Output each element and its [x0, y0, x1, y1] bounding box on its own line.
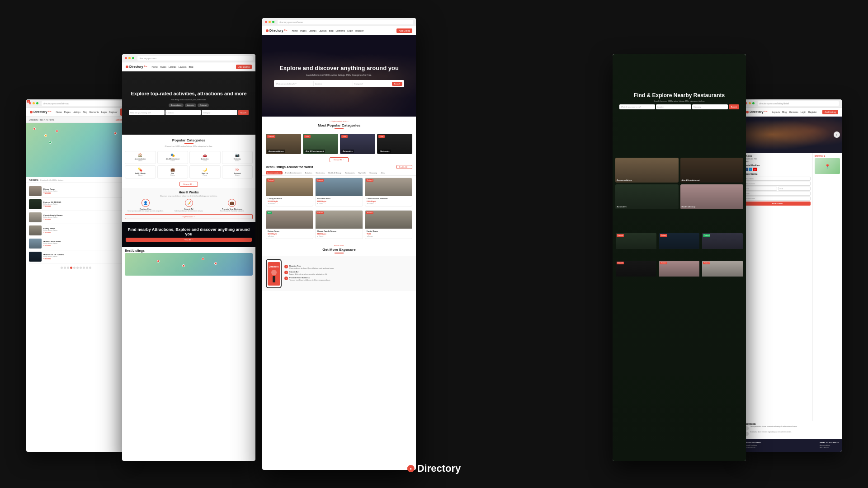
nav-blog[interactable]: Blog	[782, 111, 787, 113]
category-input[interactable]: Category	[692, 104, 728, 109]
tab-nightlife[interactable]: Night Life	[357, 171, 367, 174]
nav-elements[interactable]: Elements	[789, 111, 798, 113]
nav-home[interactable]: Home	[292, 29, 297, 32]
add-listing-btn[interactable]: Add Listing	[396, 28, 412, 33]
tab-health[interactable]: Health & Beauty	[327, 171, 343, 174]
nav-register[interactable]: Register	[109, 111, 118, 113]
tab-jobs[interactable]: Jobs	[379, 171, 386, 174]
nav-register[interactable]: Register	[355, 29, 364, 32]
pill-automotive[interactable]: Automotive	[185, 103, 196, 107]
cat-electronics[interactable]: Electronics Listed	[377, 134, 412, 154]
cat-accommodations[interactable]: 🏠 Accommodations 5 items	[125, 151, 156, 164]
enable-all-btn[interactable]: Enable All →	[396, 165, 412, 169]
listing-executive-suite[interactable]: Featured Executive Suite $280/Night 👁 4 …	[315, 178, 363, 206]
time-field[interactable]: 00:00	[778, 187, 811, 191]
pill-restaurant[interactable]: Restaurant	[198, 103, 209, 107]
search-what-input[interactable]: What are you looking for?	[276, 83, 312, 85]
date-field[interactable]: 01/11	[744, 187, 777, 191]
listing-luxury-bedroom[interactable]: Featured Luxury Bedroom $3300/Night 👁 13…	[266, 178, 313, 206]
search-btn[interactable]: Search	[729, 104, 739, 109]
cat-health[interactable]: 💊 Health & Beauty 3 items	[125, 165, 156, 178]
email-field[interactable]: Email	[744, 192, 811, 196]
page-10[interactable]	[89, 267, 91, 269]
category-dropdown[interactable]: Category ▾	[354, 83, 391, 85]
nav-login[interactable]: Login	[801, 111, 806, 113]
pop-cat-health[interactable]: Health & Beauty	[680, 184, 744, 209]
slider-next-btn[interactable]: ›	[834, 131, 840, 138]
nav-pages[interactable]: Pages	[64, 111, 71, 113]
cat-accommodation[interactable]: Accommodations Featured	[266, 134, 301, 154]
location-input[interactable]: Location	[165, 110, 201, 115]
footer-link[interactable]: Accommodations	[820, 445, 839, 446]
listing-family-room[interactable]: Featured Family Room ₹100 👁 5 views	[365, 210, 412, 239]
category-input[interactable]: Category	[202, 110, 237, 115]
page-6[interactable]	[76, 267, 79, 269]
what-input[interactable]: What do you want to eat?	[619, 104, 655, 109]
nav-listings[interactable]: Listings	[73, 111, 80, 113]
nav-blog[interactable]: Blog	[83, 111, 87, 113]
page-8[interactable]	[83, 267, 85, 269]
nav-login[interactable]: Login	[347, 29, 353, 32]
pop-cat-arts[interactable]: Arts & Entertainment	[680, 158, 744, 183]
cat-restaurant[interactable]: 🍽 Restaurant 8 items	[222, 165, 253, 178]
listing-classic-family[interactable]: Featured Classic Family Rooms $100/Night…	[315, 210, 363, 239]
list-item[interactable]: ★ Family Room Bishop Avenue, Naples ₹100…	[29, 224, 123, 237]
nav-home[interactable]: Home	[56, 111, 61, 113]
search-button[interactable]: Search	[238, 110, 249, 115]
phone-field[interactable]: Phone Number	[744, 197, 811, 201]
add-listing-btn[interactable]: Add Listing	[236, 65, 252, 69]
nav-listings[interactable]: Listings	[309, 29, 316, 32]
search-input[interactable]: What are you looking for?	[129, 110, 165, 115]
nav-pages[interactable]: Pages	[300, 29, 307, 32]
list-item[interactable]: ★ Fast car 1.8 TDI DSG Bishop Avenue, Na…	[29, 198, 123, 211]
tab-activities[interactable]: Activities	[304, 171, 314, 174]
youtube-icon[interactable]: ▶	[753, 168, 757, 171]
list-item[interactable]: ★ Modern car 1.8 TDI DSG Bishop Avenue, …	[29, 250, 123, 263]
location-input[interactable]: Location	[315, 83, 351, 85]
nav-blog[interactable]: Blog	[329, 29, 333, 32]
page-7[interactable]	[80, 267, 82, 269]
tab-electronics[interactable]: Electronics	[314, 171, 326, 174]
nav-elements[interactable]: Elements	[335, 29, 345, 32]
page-4[interactable]	[70, 267, 72, 269]
nav-home[interactable]: Home	[151, 66, 157, 68]
nav-login[interactable]: Login	[101, 111, 107, 113]
page-2[interactable]	[64, 267, 66, 269]
view-all-btn[interactable]: View All →	[126, 238, 252, 242]
cat-automotive[interactable]: Automotive Listed	[340, 134, 375, 154]
twitter-icon[interactable]: t	[749, 168, 752, 171]
nav-layouts[interactable]: Layouts	[772, 111, 780, 113]
cat-electronics[interactable]: 📷 Electronics 6 items	[222, 151, 253, 164]
nav-listings[interactable]: Listings	[169, 66, 176, 68]
listing-deluxe-room[interactable]: New Deluxe Room $200/Night 👁 4 views	[266, 210, 313, 239]
cat-arts[interactable]: Arts & Entertainment Listed	[303, 134, 338, 154]
listing-classic-deluxe[interactable]: Featured Classic Deluxe Bedroom $180/Nig…	[365, 178, 412, 206]
tab-shopping[interactable]: Shopping	[368, 171, 378, 174]
try-premium-btn[interactable]: Try Premium →	[125, 214, 253, 219]
pop-cat-automotive[interactable]: Automotive	[615, 184, 679, 209]
nav-pages[interactable]: Pages	[160, 66, 166, 68]
footer-link[interactable]: Arts & Activities	[820, 447, 839, 449]
nav-blog[interactable]: Blog	[189, 66, 193, 68]
page-5[interactable]	[73, 267, 75, 269]
tab-accommodations[interactable]: Accommodations	[266, 171, 283, 174]
children-field[interactable]: No. of Children	[744, 182, 811, 186]
pop-cat-accommodation[interactable]: Accommodations	[615, 158, 679, 183]
list-item[interactable]: ★ Minister Suite Room Bishop Avenue, Nap…	[29, 237, 123, 250]
cat-arts[interactable]: 🎭 Arts & Entertainment 7 items	[157, 151, 189, 164]
footer-link[interactable]: Accommodations	[745, 447, 761, 449]
tab-restaurants[interactable]: Restaurants	[344, 171, 356, 174]
tab-arts[interactable]: Arts & Entertainment	[283, 171, 303, 174]
pill-accommodation[interactable]: Accommodations	[169, 103, 184, 107]
book-btn[interactable]: Find A Table	[744, 202, 811, 206]
nav-register[interactable]: Register	[808, 111, 817, 113]
nav-elements[interactable]: Elements	[90, 111, 99, 113]
list-item[interactable]: ★ Deluxe Room Bishop Avenue, Naples ₹100…	[29, 185, 123, 198]
location-map[interactable]: 📍	[815, 158, 840, 174]
page-3[interactable]	[67, 267, 69, 269]
page-9[interactable]	[86, 267, 88, 269]
cat-automotive[interactable]: 🚗 Automotive 4 items	[189, 151, 221, 164]
location-input[interactable]: Location	[656, 104, 692, 109]
add-listing-btn[interactable]: Add Listing	[822, 110, 838, 114]
nav-layouts[interactable]: Layouts	[319, 29, 327, 32]
